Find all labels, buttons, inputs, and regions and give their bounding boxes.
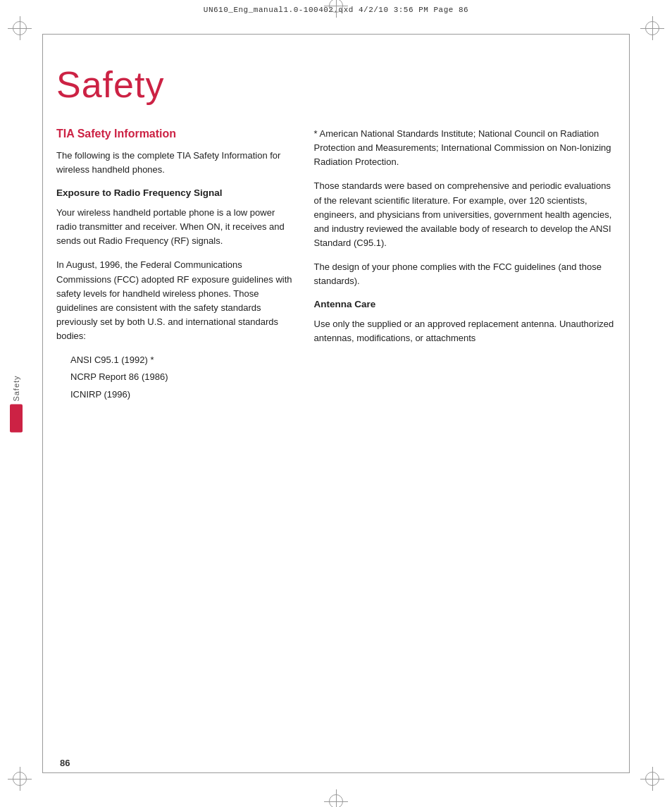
two-column-layout: TIA Safety Information The following is …	[56, 127, 619, 406]
list-item-ansi: ANSI C95.1 (1992) *	[70, 353, 293, 367]
standards-list: ANSI C95.1 (1992) * NCRP Report 86 (1986…	[70, 353, 293, 401]
list-item-ncrp: NCRP Report 86 (1986)	[70, 370, 293, 384]
reg-mark-bottom-right	[645, 772, 659, 786]
side-tab: Safety	[10, 375, 23, 432]
reg-mark-bottom-left	[13, 772, 27, 786]
content-area: Safety TIA Safety Information The follow…	[56, 42, 619, 765]
left-column: TIA Safety Information The following is …	[56, 127, 293, 406]
reg-mark-top-right	[645, 21, 659, 35]
antenna-care-body: Use only the supplied or an approved rep…	[314, 317, 619, 345]
border-bottom	[42, 772, 630, 773]
main-title: Safety	[56, 63, 619, 106]
right-para2: Those standards were based on comprehens…	[314, 179, 619, 250]
reg-mark-bottom-center	[329, 794, 343, 807]
right-para3: The design of your phone complies with t…	[314, 260, 619, 288]
antenna-care-heading: Antenna Care	[314, 298, 619, 312]
border-top	[42, 34, 630, 35]
side-tab-label: Safety	[12, 375, 20, 401]
rf-signal-heading: Exposure to Radio Frequency Signal	[56, 187, 293, 200]
border-right	[629, 34, 630, 773]
right-column: * American National Standards Institute;…	[314, 127, 619, 406]
tia-section-heading: TIA Safety Information	[56, 127, 293, 142]
page-container: UN610_Eng_manual1.0-100402.qxd 4/2/10 3:…	[0, 0, 672, 807]
rf-signal-body1: Your wireless handheld portable phone is…	[56, 206, 293, 248]
rf-signal-body2: In August, 1996, the Federal Communicati…	[56, 258, 293, 343]
list-item-icnirp: ICNIRP (1996)	[70, 388, 293, 402]
border-left	[42, 34, 43, 773]
side-tab-bar	[10, 404, 23, 432]
tia-intro-text: The following is the complete TIA Safety…	[56, 149, 293, 177]
reg-mark-top-left	[13, 21, 27, 35]
right-para1: * American National Standards Institute;…	[314, 127, 619, 169]
